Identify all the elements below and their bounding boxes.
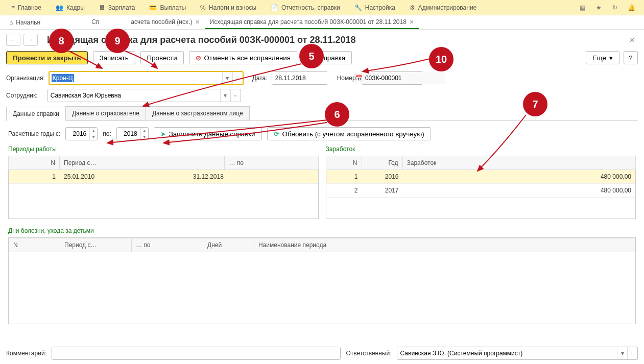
date-input-combo[interactable]: 📅 (272, 71, 328, 85)
cell-from: 25.01.2010 (60, 170, 189, 184)
open-icon[interactable]: ▫ (627, 347, 637, 359)
comment-input[interactable] (52, 347, 341, 359)
cell-amount: 480 000,00 (403, 170, 636, 184)
cancel-corrections-button[interactable]: ⊘ Отменить все исправления (189, 51, 297, 64)
menu-salary[interactable]: 🖩 Зарплата (92, 0, 142, 15)
history-icon[interactable]: ↻ (610, 3, 619, 12)
tab-reference-data[interactable]: Данные справки (6, 107, 66, 121)
help-button[interactable]: ? (624, 51, 638, 64)
breadcrumb-tab-current[interactable]: Исходящая справка для расчета пособий 00… (205, 16, 419, 29)
col-n: N (9, 238, 60, 252)
home-icon: ⌂ (9, 19, 13, 26)
button-label: Заполнить данные справки (169, 130, 255, 138)
org-input[interactable]: Крон-Ц (50, 75, 222, 82)
button-label: Отменить все исправления (204, 54, 291, 62)
responsible-label: Ответственный: (346, 350, 391, 357)
earnings-column: Заработок N Год Заработок 1 20 (326, 145, 636, 222)
number-label: Номер: (337, 75, 357, 82)
footer-row: Комментарий: Ответственный: ▾ ▫ (6, 347, 638, 360)
menu-main[interactable]: ≡ Главное (4, 0, 49, 15)
annotation-8: 8 (49, 29, 74, 53)
year-to-input[interactable]: ▲▼ (116, 127, 149, 140)
button-label: Еще (592, 54, 606, 62)
breadcrumb-tab-list[interactable]: Сп асчета пособий (исх.) × (86, 16, 204, 29)
table-row[interactable]: 2 2017 480 000,00 (326, 184, 636, 198)
fill-reference-button[interactable]: ➤ Заполнить данные справки (154, 127, 262, 140)
refresh-button[interactable]: ⟳ Обновить (с учетом исправленного вручн… (267, 127, 431, 140)
table-row[interactable]: 1 25.01.2010 31.12.2018 (9, 170, 318, 184)
top-menu-right: ▦ ★ ↻ 🔔 (578, 3, 640, 12)
years-row: Расчетные годы с: ▲▼ по: ▲▼ ➤ Заполнить … (8, 127, 636, 140)
open-icon[interactable]: ▫ (232, 72, 243, 84)
nav-back-button[interactable]: ← (6, 34, 20, 46)
responsible-input-combo[interactable]: ▾ ▫ (397, 347, 638, 360)
menu-taxes[interactable]: % Налоги и взносы (193, 0, 264, 15)
menu-label: Кадры (66, 4, 85, 11)
tab-insured-data[interactable]: Данные о застрахованном лице (146, 106, 250, 120)
spin-down-icon[interactable]: ▼ (90, 134, 97, 140)
people-icon: 👥 (56, 4, 63, 11)
periods-title: Периоды работы (8, 145, 319, 153)
open-icon[interactable]: ▫ (230, 89, 241, 102)
year-from-input[interactable]: ▲▼ (65, 127, 98, 140)
col-n: N (326, 156, 362, 170)
spin-up-icon[interactable]: ▲ (90, 128, 97, 134)
tab-content: Расчетные годы с: ▲▼ по: ▲▼ ➤ Заполнить … (6, 121, 638, 330)
menu-hr[interactable]: 👥 Кадры (49, 0, 92, 15)
spin-down-icon[interactable]: ▼ (141, 134, 148, 140)
tables-two-col: Периоды работы N Период с… … по 1 (8, 145, 636, 222)
col-from: Период с… (60, 238, 132, 252)
spin-up-icon[interactable]: ▲ (141, 128, 148, 134)
form-row-org: Организация: Крон-Ц ▾ ▫ Дата: 📅 Номер: (6, 71, 638, 85)
menu-label: Выплаты (160, 4, 186, 11)
breadcrumb-bar: ⌂ Начальн Сп асчета пособий (исх.) × Исх… (0, 15, 644, 30)
cell-n: 1 (9, 170, 60, 184)
table-row[interactable]: 1 2016 480 000,00 (326, 170, 636, 184)
close-icon[interactable]: × (410, 18, 414, 26)
star-icon[interactable]: ★ (594, 3, 603, 12)
col-to: … по (132, 238, 203, 252)
dropdown-icon[interactable]: ▾ (617, 347, 627, 359)
close-page-button[interactable]: × (626, 35, 638, 45)
comment-input-combo[interactable] (52, 347, 341, 360)
employee-input[interactable] (47, 89, 220, 102)
earnings-table[interactable]: N Год Заработок (326, 156, 636, 170)
annotation-5: 5 (299, 44, 324, 68)
close-icon[interactable]: × (195, 18, 199, 26)
menu-settings[interactable]: 🔧 Настройка (347, 0, 402, 15)
menu-label: Настройка (365, 4, 395, 11)
breadcrumb-label: Начальн (16, 19, 40, 26)
sick-table[interactable]: N Период с… … по Дней Наименование перио… (9, 238, 635, 252)
post-and-close-button[interactable]: Провести и закрыть (6, 51, 88, 64)
apps-icon[interactable]: ▦ (578, 3, 587, 12)
dropdown-icon[interactable]: ▾ (222, 72, 232, 84)
cell-year: 2017 (362, 184, 403, 198)
year-to-field[interactable] (117, 130, 140, 137)
tab-insurer-data[interactable]: Данные о страхователе (65, 106, 146, 120)
menu-payments[interactable]: 💳 Выплаты (142, 0, 193, 15)
top-menu-bar: ≡ Главное 👥 Кадры 🖩 Зарплата 💳 Выплаты %… (0, 0, 644, 15)
bell-icon[interactable]: 🔔 (627, 3, 636, 12)
breadcrumb-home[interactable]: ⌂ Начальн (4, 17, 45, 29)
write-button[interactable]: Записать (93, 51, 135, 64)
responsible-input[interactable] (397, 347, 617, 359)
periods-column: Периоды работы N Период с… … по 1 (8, 145, 319, 222)
org-label: Организация: (6, 75, 45, 82)
year-from-field[interactable] (66, 130, 89, 137)
cell-amount: 480 000,00 (403, 184, 636, 198)
annotation-9: 9 (105, 29, 130, 53)
menu-reports[interactable]: 📄 Отчетность, справки (264, 0, 347, 15)
employee-input-combo[interactable]: ▾ ▫ (47, 89, 241, 102)
periods-table[interactable]: N Период с… … по (8, 156, 319, 170)
arrow-right-icon: ➤ (160, 130, 166, 138)
menu-admin[interactable]: ⚙ Администрирование (402, 0, 484, 15)
more-button[interactable]: Еще ▾ (586, 51, 619, 64)
breadcrumb-label: асчета пособий (исх.) (131, 18, 192, 26)
employee-label: Сотрудник: (6, 92, 38, 99)
nav-forward-button[interactable]: → (23, 34, 38, 46)
dropdown-icon[interactable]: ▾ (220, 89, 230, 102)
post-button[interactable]: Провести (140, 51, 184, 64)
org-input-combo[interactable]: Крон-Ц ▾ ▫ (49, 71, 243, 85)
nav-row: ← → Исходящая справка для расчета пособи… (6, 34, 638, 46)
cancel-icon: ⊘ (196, 54, 201, 62)
